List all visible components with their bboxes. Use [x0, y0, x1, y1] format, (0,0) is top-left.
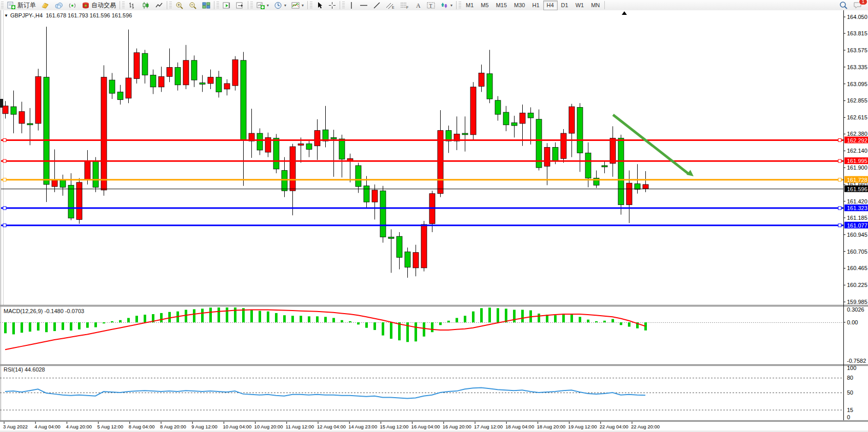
text-label-button[interactable]: T: [424, 0, 438, 11]
hline-icon: [360, 2, 368, 9]
symbol-timeframe: GBPJPY-,H4: [10, 12, 43, 18]
chevron-down-icon[interactable]: ▾: [302, 3, 304, 8]
chart-window[interactable]: 164.050163.815163.575163.335163.095162.8…: [0, 10, 868, 432]
svg-text:A: A: [416, 2, 421, 9]
vline-icon: [348, 2, 354, 9]
svg-text:4 Aug 20:00: 4 Aug 20:00: [66, 424, 92, 429]
toolbar-separator: [456, 1, 457, 9]
timeframe-button-d1[interactable]: D1: [558, 1, 572, 10]
auto-trading-button[interactable]: 自动交易: [79, 0, 119, 11]
svg-text:3 Aug 2022: 3 Aug 2022: [3, 424, 28, 429]
toolbar-button-label: 自动交易: [91, 1, 116, 10]
toolbar-separator: [340, 1, 340, 9]
arrows-button[interactable]: ▾: [438, 0, 455, 11]
chevron-down-icon[interactable]: ▾: [284, 3, 286, 8]
toolbar-separator: [307, 1, 308, 9]
rsi-value: 44.6028: [25, 366, 45, 373]
trendline-button[interactable]: [370, 0, 383, 11]
line-chart-icon: [155, 2, 163, 9]
text-button[interactable]: A: [412, 0, 424, 11]
svg-text:0.00: 0.00: [847, 319, 858, 325]
market-cloud-icon: [54, 2, 63, 9]
timeframe-button-mn[interactable]: MN: [587, 1, 603, 10]
bar-chart-button[interactable]: [126, 0, 139, 11]
timeframe-button-m5[interactable]: M5: [477, 1, 492, 10]
timeframe-button-w1[interactable]: W1: [572, 1, 588, 10]
equidistant-channel-button[interactable]: E: [383, 0, 398, 11]
toolbar-grip: [310, 2, 312, 9]
toolbar-separator: [167, 1, 167, 9]
macd-values: -0.1480 -0.0703: [44, 308, 84, 314]
candlestick-chart-button[interactable]: [139, 0, 152, 11]
svg-text:19 Aug 12:00: 19 Aug 12:00: [568, 424, 597, 429]
zoom-in-button[interactable]: [173, 0, 186, 11]
tile-windows-button[interactable]: [200, 0, 213, 11]
svg-text:16 Aug 20:00: 16 Aug 20:00: [443, 424, 471, 429]
new-chart-button[interactable]: ▾: [254, 0, 271, 11]
charts-book-icon: [41, 2, 49, 9]
toolbar-grip: [342, 2, 345, 9]
toolbar-separator: [214, 1, 214, 9]
svg-text:161.900: 161.900: [847, 164, 867, 171]
timeframe-button-m15[interactable]: M15: [492, 1, 510, 10]
line-chart-button[interactable]: [152, 0, 166, 11]
svg-text:E: E: [392, 6, 394, 9]
svg-text:160.225: 160.225: [847, 282, 867, 288]
auto-scroll-icon: [223, 2, 231, 9]
svg-text:0: 0: [847, 414, 850, 420]
auto-trading-icon: [82, 2, 90, 9]
new-order-button[interactable]: 新订单: [5, 0, 38, 11]
timeframe-button-h1[interactable]: H1: [528, 1, 543, 10]
svg-text:F: F: [406, 6, 408, 9]
chart-shift-button[interactable]: [233, 0, 247, 11]
notifications-button[interactable]: 1: [851, 0, 865, 11]
chart-canvas[interactable]: 164.050163.815163.575163.335163.095162.8…: [0, 10, 868, 432]
timeframe-button-h4[interactable]: H4: [543, 1, 558, 10]
templates-button[interactable]: ▾: [289, 0, 306, 11]
svg-text:161.596: 161.596: [847, 186, 867, 192]
crosshair-icon: [328, 2, 336, 9]
timeframe-button-m30[interactable]: M30: [510, 1, 528, 10]
vertical-line-button[interactable]: [346, 0, 357, 11]
rsi-indicator-label: RSI(14) 44.6028: [4, 366, 45, 373]
auto-scroll-button[interactable]: [220, 0, 233, 11]
timeframe-button-m1[interactable]: M1: [462, 1, 477, 10]
svg-text:10 Aug 04:00: 10 Aug 04:00: [223, 424, 251, 429]
community-button[interactable]: [52, 0, 66, 11]
svg-text:161.420: 161.420: [847, 198, 867, 204]
template-icon: [291, 2, 300, 9]
fibonacci-button[interactable]: F: [398, 0, 412, 11]
level-handle: [838, 207, 841, 210]
symbol-dropdown-icon[interactable]: ▼: [4, 13, 8, 18]
svg-text:161.323: 161.323: [847, 205, 867, 211]
svg-text:15: 15: [847, 407, 853, 413]
signal-icon: [68, 2, 76, 9]
chart-title: ▼GBPJPY-,H4 161.678 161.793 161.596 161.…: [4, 12, 132, 18]
svg-text:161.728: 161.728: [847, 177, 867, 183]
cursor-icon: [316, 2, 323, 9]
crosshair-button[interactable]: [326, 0, 339, 11]
svg-text:162.855: 162.855: [847, 97, 867, 104]
period-clock-icon: [274, 2, 282, 9]
mt4-terminal-window: { "toolbar": { "groups": [ {"items":[ {"…: [0, 0, 868, 432]
svg-text:160.465: 160.465: [847, 265, 867, 271]
svg-text:163.815: 163.815: [847, 30, 867, 36]
svg-text:0.3026: 0.3026: [847, 306, 864, 313]
zoom-out-button[interactable]: [186, 0, 200, 11]
chevron-down-icon[interactable]: ▾: [267, 3, 269, 8]
svg-text:163.335: 163.335: [847, 64, 867, 70]
chevron-down-icon[interactable]: ▾: [450, 3, 452, 8]
signals-button[interactable]: [66, 0, 79, 11]
depth-of-market-button[interactable]: [38, 0, 52, 11]
cursor-button[interactable]: [313, 0, 326, 11]
level-handle: [3, 159, 6, 162]
svg-text:160.945: 160.945: [847, 232, 867, 238]
toolbar-grip: [216, 2, 219, 9]
horizontal-line-button[interactable]: [357, 0, 370, 11]
chart-shift-icon: [236, 2, 244, 9]
svg-text:-0.7582: -0.7582: [847, 358, 866, 364]
zoom-in-icon: [175, 2, 184, 9]
fibonacci-icon: F: [400, 2, 409, 9]
search-button[interactable]: [837, 0, 851, 11]
periods-button[interactable]: ▾: [271, 0, 289, 11]
